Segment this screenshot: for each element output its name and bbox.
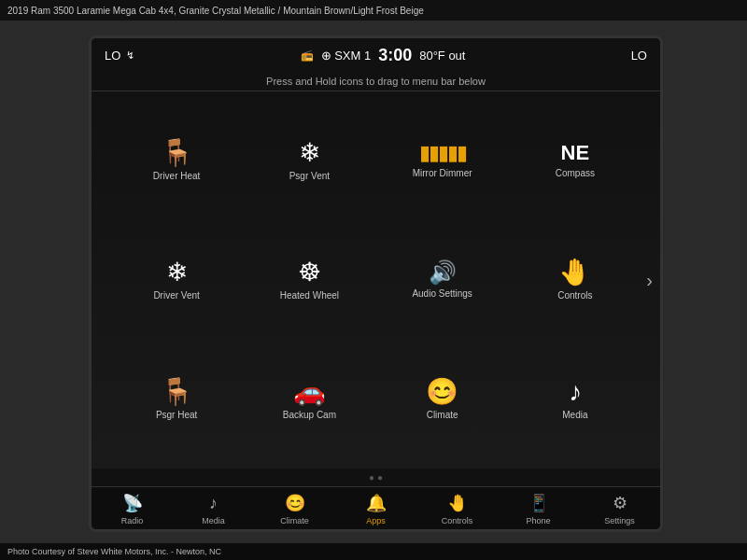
media-nav-icon: ♪ — [209, 494, 218, 513]
temp-display: 80°F out — [419, 49, 465, 63]
psgr-vent-label: Psgr Vent — [289, 171, 330, 181]
media-icon: ♪ — [569, 379, 582, 405]
psgr-heat-icon: 🪑 — [161, 379, 193, 405]
nav-item-phone[interactable]: 📱 Phone — [513, 493, 564, 525]
icons-row-1: 🪑 Driver Heat ❄ Psgr Vent ▮▮▮▮▮ Mirror D… — [110, 101, 641, 220]
dot-1: ● — [369, 472, 374, 483]
media-nav-label: Media — [202, 516, 225, 525]
driver-heat-icon: 🪑 — [161, 140, 193, 166]
photo-credit-text: Photo Courtesy of Steve White Motors, In… — [7, 547, 221, 556]
compass-icon: NE — [561, 143, 590, 163]
radio-nav-icon: 📡 — [122, 493, 143, 513]
driver-vent-label: Driver Vent — [153, 290, 199, 301]
nav-item-climate[interactable]: 😊 Climate — [269, 493, 320, 525]
next-page-chevron[interactable]: › — [646, 270, 653, 291]
photo-title: 2019 Ram 3500 Laramie Mega Cab 4x4, Gran… — [0, 0, 747, 21]
lo-icon: ↯ — [126, 49, 134, 62]
controls-nav-icon: 🤚 — [447, 493, 468, 513]
driver-heat-label: Driver Heat — [153, 171, 201, 181]
status-center: 📻 ⊕ SXM 1 3:00 80°F out — [301, 46, 466, 65]
climate-icon: 😊 — [426, 379, 458, 405]
controls-icon: 🤚 — [558, 259, 591, 286]
icon-compass[interactable]: NE Compass — [533, 143, 617, 178]
icon-psgr-vent[interactable]: ❄ Psgr Vent — [267, 140, 351, 181]
time-display: 3:00 — [378, 46, 412, 65]
apps-nav-icon: 🔔 — [366, 493, 387, 513]
nav-item-radio[interactable]: 📡 Radio — [106, 493, 158, 525]
phone-nav-icon: 📱 — [529, 493, 549, 513]
driver-vent-icon: ❄ — [166, 259, 188, 286]
climate-label: Climate — [427, 410, 458, 420]
status-bar: LO ↯ 📻 ⊕ SXM 1 3:00 80°F out LO — [92, 38, 660, 72]
photo-title-text: 2019 Ram 3500 Laramie Mega Cab 4x4, Gran… — [7, 6, 424, 16]
icon-audio-settings[interactable]: 🔊 Audio Settings — [401, 261, 485, 299]
radio-nav-label: Radio — [121, 516, 144, 525]
nav-item-apps[interactable]: 🔔 Apps — [350, 493, 402, 525]
icon-backup-cam[interactable]: 🚗 Backup Cam — [267, 379, 351, 420]
bottom-nav: 📡 Radio ♪ Media 😊 Climate 🔔 Apps 🤚 — [92, 486, 660, 529]
psgr-heat-label: Psgr Heat — [156, 410, 197, 420]
radio-station: ⊕ SXM 1 — [321, 49, 372, 63]
backup-cam-icon: 🚗 — [293, 379, 326, 405]
screen-bezel: LO ↯ 📻 ⊕ SXM 1 3:00 80°F out LO Press an… — [89, 35, 663, 532]
mirror-dimmer-label: Mirror Dimmer — [413, 168, 472, 178]
climate-nav-icon: 😊 — [285, 493, 305, 513]
status-right: LO — [631, 49, 647, 63]
audio-settings-label: Audio Settings — [412, 288, 472, 299]
heated-wheel-label: Heated Wheel — [280, 290, 339, 301]
lo-right-label: LO — [631, 49, 647, 63]
signal-icon: 📻 — [301, 49, 314, 62]
apps-nav-label: Apps — [366, 516, 386, 525]
nav-item-controls[interactable]: 🤚 Controls — [431, 493, 483, 525]
climate-nav-label: Climate — [280, 516, 309, 525]
settings-nav-icon: ⚙ — [613, 493, 627, 513]
instruction-bar: Press and Hold icons to drag to menu bar… — [92, 72, 660, 91]
controls-nav-label: Controls — [442, 516, 473, 525]
page-dots: ● ● — [92, 469, 660, 486]
psgr-vent-icon: ❄ — [299, 140, 320, 166]
settings-nav-label: Settings — [604, 516, 635, 525]
lo-left-label: LO — [105, 49, 120, 63]
photo-credit: Photo Courtesy of Steve White Motors, In… — [0, 543, 747, 560]
backup-cam-label: Backup Cam — [283, 410, 336, 420]
icon-driver-heat[interactable]: 🪑 Driver Heat — [134, 140, 218, 181]
phone-nav-label: Phone — [526, 516, 550, 525]
icons-row-2: ❄ Driver Vent ☸ Heated Wheel 🔊 Audio Set… — [110, 220, 641, 340]
icons-row-3: 🪑 Psgr Heat 🚗 Backup Cam 😊 Climate ♪ Med… — [110, 340, 641, 459]
audio-settings-icon: 🔊 — [429, 261, 457, 284]
dot-2: ● — [377, 472, 383, 483]
instruction-text: Press and Hold icons to drag to menu bar… — [266, 76, 486, 87]
nav-item-media[interactable]: ♪ Media — [188, 494, 239, 525]
icon-mirror-dimmer[interactable]: ▮▮▮▮▮ Mirror Dimmer — [401, 143, 485, 178]
photo-frame: 2019 Ram 3500 Laramie Mega Cab 4x4, Gran… — [0, 0, 747, 560]
icon-media[interactable]: ♪ Media — [533, 379, 617, 420]
icon-climate[interactable]: 😊 Climate — [401, 379, 485, 420]
screen: LO ↯ 📻 ⊕ SXM 1 3:00 80°F out LO Press an… — [92, 38, 660, 529]
icon-heated-wheel[interactable]: ☸ Heated Wheel — [267, 259, 351, 301]
compass-label: Compass — [556, 168, 595, 178]
icon-driver-vent[interactable]: ❄ Driver Vent — [134, 259, 218, 301]
icons-grid: 🪑 Driver Heat ❄ Psgr Vent ▮▮▮▮▮ Mirror D… — [92, 91, 660, 469]
media-label: Media — [562, 410, 587, 420]
icon-controls[interactable]: 🤚 Controls — [533, 259, 617, 301]
icon-psgr-heat[interactable]: 🪑 Psgr Heat — [134, 379, 218, 420]
status-left: LO ↯ — [105, 49, 134, 63]
nav-item-settings[interactable]: ⚙ Settings — [594, 493, 645, 525]
heated-wheel-icon: ☸ — [298, 259, 321, 286]
mirror-dimmer-icon: ▮▮▮▮▮ — [419, 143, 466, 163]
controls-label: Controls — [557, 290, 592, 301]
